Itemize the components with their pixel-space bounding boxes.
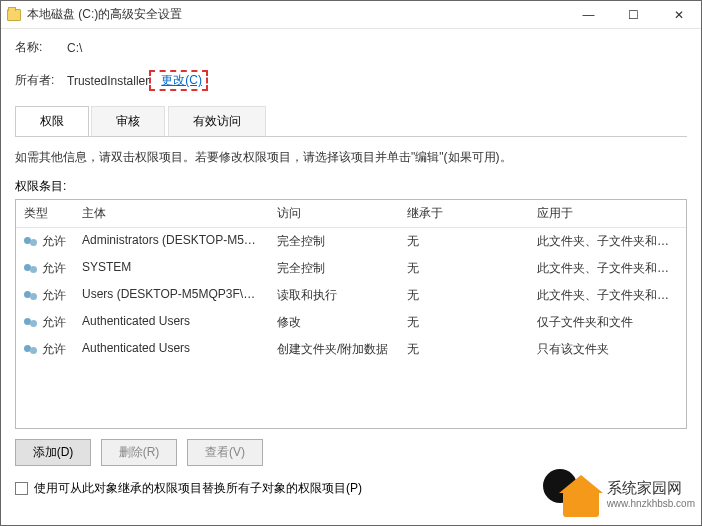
watermark-brand: 系统家园网 bbox=[607, 479, 695, 498]
add-button[interactable]: 添加(D) bbox=[15, 439, 91, 466]
group-icon bbox=[24, 343, 36, 357]
row-type: 允许 bbox=[42, 260, 66, 277]
row-applies: 只有该文件夹 bbox=[529, 338, 686, 361]
table-row[interactable]: 允许Authenticated Users修改无仅子文件夹和文件 bbox=[16, 309, 686, 336]
row-access: 读取和执行 bbox=[269, 284, 399, 307]
row-applies: 此文件夹、子文件夹和文件 bbox=[529, 230, 686, 253]
name-label: 名称: bbox=[15, 39, 67, 56]
name-row: 名称: C:\ bbox=[15, 39, 687, 56]
owner-value: TrustedInstaller bbox=[67, 74, 149, 88]
name-value: C:\ bbox=[67, 41, 82, 55]
row-inherited: 无 bbox=[399, 230, 529, 253]
row-inherited: 无 bbox=[399, 338, 529, 361]
row-type: 允许 bbox=[42, 341, 66, 358]
col-type[interactable]: 类型 bbox=[16, 200, 74, 227]
security-dialog: 本地磁盘 (C:)的高级安全设置 — ☐ ✕ 名称: C:\ 所有者: Trus… bbox=[0, 0, 702, 526]
replace-child-label: 使用可从此对象继承的权限项目替换所有子对象的权限项目(P) bbox=[34, 480, 362, 497]
col-principal[interactable]: 主体 bbox=[74, 200, 269, 227]
group-icon bbox=[24, 316, 36, 330]
owner-label: 所有者: bbox=[15, 72, 67, 89]
close-button[interactable]: ✕ bbox=[656, 1, 701, 28]
titlebar: 本地磁盘 (C:)的高级安全设置 — ☐ ✕ bbox=[1, 1, 701, 29]
remove-button[interactable]: 删除(R) bbox=[101, 439, 177, 466]
watermark: 系统家园网 www.hnzkhbsb.com bbox=[543, 469, 695, 519]
group-icon bbox=[24, 235, 36, 249]
row-access: 完全控制 bbox=[269, 230, 399, 253]
row-applies: 仅子文件夹和文件 bbox=[529, 311, 686, 334]
table-row[interactable]: 允许Users (DESKTOP-M5MQP3F\Use...读取和执行无此文件… bbox=[16, 282, 686, 309]
row-applies: 此文件夹、子文件夹和文件 bbox=[529, 284, 686, 307]
row-inherited: 无 bbox=[399, 257, 529, 280]
button-row: 添加(D) 删除(R) 查看(V) bbox=[15, 439, 687, 466]
row-principal: Authenticated Users bbox=[74, 338, 269, 361]
row-principal: Administrators (DESKTOP-M5M... bbox=[74, 230, 269, 253]
row-access: 完全控制 bbox=[269, 257, 399, 280]
hint-text: 如需其他信息，请双击权限项目。若要修改权限项目，请选择该项目并单击"编辑"(如果… bbox=[15, 137, 687, 174]
row-inherited: 无 bbox=[399, 311, 529, 334]
tab-strip: 权限 审核 有效访问 bbox=[15, 105, 687, 137]
table-body: 允许Administrators (DESKTOP-M5M...完全控制无此文件… bbox=[16, 228, 686, 363]
group-icon bbox=[24, 262, 36, 276]
tab-permissions[interactable]: 权限 bbox=[15, 106, 89, 136]
row-type: 允许 bbox=[42, 314, 66, 331]
table-row[interactable]: 允许SYSTEM完全控制无此文件夹、子文件夹和文件 bbox=[16, 255, 686, 282]
maximize-button[interactable]: ☐ bbox=[611, 1, 656, 28]
watermark-icon bbox=[543, 469, 599, 519]
window-controls: — ☐ ✕ bbox=[566, 1, 701, 28]
change-owner-link[interactable]: 更改(C) bbox=[158, 72, 205, 88]
row-type: 允许 bbox=[42, 287, 66, 304]
group-icon bbox=[24, 289, 36, 303]
content-area: 名称: C:\ 所有者: TrustedInstaller 更改(C) 权限 审… bbox=[1, 29, 701, 509]
table-row[interactable]: 允许Administrators (DESKTOP-M5M...完全控制无此文件… bbox=[16, 228, 686, 255]
view-button[interactable]: 查看(V) bbox=[187, 439, 263, 466]
table-row[interactable]: 允许Authenticated Users创建文件夹/附加数据无只有该文件夹 bbox=[16, 336, 686, 363]
window-title: 本地磁盘 (C:)的高级安全设置 bbox=[27, 6, 566, 23]
watermark-url: www.hnzkhbsb.com bbox=[607, 498, 695, 509]
owner-row: 所有者: TrustedInstaller 更改(C) bbox=[15, 70, 687, 91]
row-inherited: 无 bbox=[399, 284, 529, 307]
entries-label: 权限条目: bbox=[15, 178, 687, 195]
col-applies[interactable]: 应用于 bbox=[529, 200, 686, 227]
replace-child-checkbox[interactable] bbox=[15, 482, 28, 495]
watermark-text-block: 系统家园网 www.hnzkhbsb.com bbox=[607, 479, 695, 509]
minimize-button[interactable]: — bbox=[566, 1, 611, 28]
row-access: 创建文件夹/附加数据 bbox=[269, 338, 399, 361]
tab-auditing[interactable]: 审核 bbox=[91, 106, 165, 137]
row-access: 修改 bbox=[269, 311, 399, 334]
row-principal: Users (DESKTOP-M5MQP3F\Use... bbox=[74, 284, 269, 307]
row-type: 允许 bbox=[42, 233, 66, 250]
tab-effective-access[interactable]: 有效访问 bbox=[168, 106, 266, 137]
col-inherited[interactable]: 继承于 bbox=[399, 200, 529, 227]
permissions-table: 类型 主体 访问 继承于 应用于 允许Administrators (DESKT… bbox=[15, 199, 687, 429]
col-access[interactable]: 访问 bbox=[269, 200, 399, 227]
row-principal: Authenticated Users bbox=[74, 311, 269, 334]
row-principal: SYSTEM bbox=[74, 257, 269, 280]
folder-icon bbox=[7, 9, 21, 21]
change-highlight: 更改(C) bbox=[149, 70, 208, 91]
row-applies: 此文件夹、子文件夹和文件 bbox=[529, 257, 686, 280]
table-header: 类型 主体 访问 继承于 应用于 bbox=[16, 200, 686, 228]
